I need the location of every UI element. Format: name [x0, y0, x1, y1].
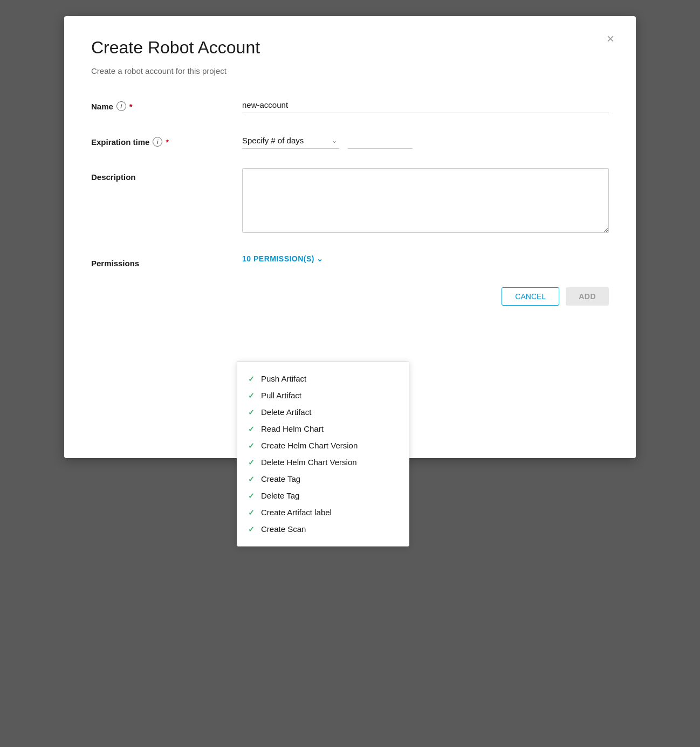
permissions-row: Permissions 10 PERMISSION(S) ⌄ — [91, 254, 609, 268]
expiration-select[interactable]: Never Specify # of days — [242, 133, 339, 149]
expiration-select-wrapper: Never Specify # of days ⌄ — [242, 133, 339, 149]
description-textarea[interactable] — [242, 168, 609, 233]
permission-create-helm-chart-version[interactable]: ✓ Create Helm Chart Version — [248, 437, 398, 454]
permission-delete-artifact-label: Delete Artifact — [261, 407, 311, 417]
check-create-helm-chart-version-icon: ✓ — [248, 441, 255, 450]
permission-delete-helm-chart-version[interactable]: ✓ Delete Helm Chart Version — [248, 454, 398, 471]
check-pull-artifact-icon: ✓ — [248, 391, 255, 400]
check-read-helm-chart-icon: ✓ — [248, 425, 255, 433]
permission-delete-tag[interactable]: ✓ Delete Tag — [248, 487, 398, 504]
expiration-control: Never Specify # of days ⌄ — [242, 133, 609, 149]
check-create-scan-icon: ✓ — [248, 525, 255, 534]
check-delete-tag-icon: ✓ — [248, 492, 255, 500]
permission-push-artifact-label: Push Artifact — [261, 374, 306, 383]
permission-create-tag[interactable]: ✓ Create Tag — [248, 471, 398, 487]
permission-create-tag-label: Create Tag — [261, 474, 300, 483]
cancel-button[interactable]: CANCEL — [502, 287, 559, 306]
dialog-title: Create Robot Account — [91, 38, 609, 58]
permission-delete-tag-label: Delete Tag — [261, 491, 299, 500]
permission-create-scan-label: Create Scan — [261, 524, 306, 534]
description-row: Description — [91, 168, 609, 235]
permission-create-artifact-label-label: Create Artifact label — [261, 508, 332, 517]
name-input[interactable] — [242, 97, 609, 113]
permissions-dropdown-button[interactable]: 10 PERMISSION(S) ⌄ — [242, 254, 324, 263]
dialog-subtitle: Create a robot account for this project — [91, 66, 609, 75]
add-button[interactable]: ADD — [566, 287, 609, 306]
check-delete-artifact-icon: ✓ — [248, 408, 255, 417]
permissions-chevron-icon: ⌄ — [317, 254, 324, 263]
permission-delete-helm-chart-version-label: Delete Helm Chart Version — [261, 458, 357, 467]
check-create-artifact-label-icon: ✓ — [248, 508, 255, 517]
permissions-label: Permissions — [91, 254, 242, 268]
description-control — [242, 168, 609, 235]
permission-read-helm-chart[interactable]: ✓ Read Helm Chart — [248, 420, 398, 437]
name-row: Name i * — [91, 97, 609, 113]
check-create-tag-icon: ✓ — [248, 475, 255, 483]
permissions-control: 10 PERMISSION(S) ⌄ — [242, 254, 609, 263]
expiration-row: Expiration time i * Never Specify # of d… — [91, 133, 609, 149]
permission-push-artifact[interactable]: ✓ Push Artifact — [248, 370, 398, 387]
permission-create-artifact-label[interactable]: ✓ Create Artifact label — [248, 504, 398, 521]
permission-delete-artifact[interactable]: ✓ Delete Artifact — [248, 404, 398, 420]
days-input[interactable] — [348, 133, 413, 149]
description-label: Description — [91, 168, 242, 182]
name-control — [242, 97, 609, 113]
expiration-required: * — [166, 137, 169, 147]
close-button[interactable]: × — [607, 32, 614, 45]
create-robot-account-dialog: Create Robot Account Create a robot acco… — [64, 16, 636, 458]
name-required: * — [129, 102, 133, 111]
expiration-label: Expiration time i * — [91, 133, 242, 147]
name-info-icon: i — [116, 101, 126, 111]
permissions-dropdown-menu: ✓ Push Artifact ✓ Pull Artifact ✓ Delete… — [237, 361, 409, 547]
name-label: Name i * — [91, 97, 242, 111]
check-delete-helm-chart-version-icon: ✓ — [248, 458, 255, 467]
expiration-info-icon: i — [153, 137, 162, 147]
dialog-overlay: Create Robot Account Create a robot acco… — [64, 16, 636, 458]
permission-create-helm-chart-version-label: Create Helm Chart Version — [261, 441, 358, 450]
check-push-artifact-icon: ✓ — [248, 375, 255, 383]
permission-pull-artifact-label: Pull Artifact — [261, 391, 301, 400]
permission-create-scan[interactable]: ✓ Create Scan — [248, 521, 398, 537]
permission-pull-artifact[interactable]: ✓ Pull Artifact — [248, 387, 398, 404]
expiration-controls: Never Specify # of days ⌄ — [242, 133, 609, 149]
permission-read-helm-chart-label: Read Helm Chart — [261, 424, 324, 433]
